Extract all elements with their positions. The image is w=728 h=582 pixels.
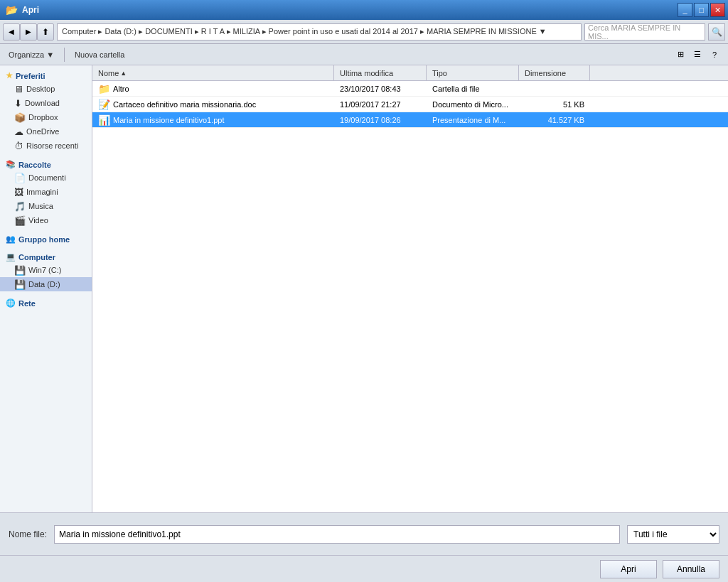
maximize-button[interactable]: □ xyxy=(694,3,709,17)
file-list-header: Nome ▲ Ultima modifica Tipo Dimensione xyxy=(92,65,728,81)
doc-icon: 📝 xyxy=(98,99,110,110)
filename-input[interactable] xyxy=(54,525,620,544)
file-cell-tipo-ppt: Presentazione di M... xyxy=(427,116,519,124)
computer-icon: 💻 xyxy=(6,252,16,262)
sidebar-item-download-label: Download xyxy=(25,99,60,107)
up-button[interactable]: ⬆ xyxy=(37,23,54,41)
sidebar-item-dropbox[interactable]: 📦 Dropbox xyxy=(0,110,92,124)
col-modifica-label: Ultima modifica xyxy=(340,69,393,77)
win7-drive-icon: 💾 xyxy=(14,265,26,276)
datad-drive-icon: 💾 xyxy=(14,279,26,290)
sidebar-item-recent[interactable]: ⏱ Risorse recenti xyxy=(0,139,92,153)
raccolte-header: 📚 Raccolte xyxy=(0,157,92,171)
address-path-text: Computer ▸ Data (D:) ▸ DOCUMENTI ▸ R I T… xyxy=(62,27,547,36)
sidebar-item-onedrive-label: OneDrive xyxy=(26,127,59,136)
col-header-modifica[interactable]: Ultima modifica xyxy=(334,65,427,80)
view-detail-button[interactable]: ☰ xyxy=(690,47,705,63)
sidebar-item-win7-label: Win7 (C:) xyxy=(28,266,61,274)
musica-icon: 🎵 xyxy=(14,201,26,212)
sidebar-item-immagini[interactable]: 🖼 Immagini xyxy=(0,185,92,199)
sidebar-item-datad-label: Data (D:) xyxy=(28,280,60,289)
window-icon: 📂 xyxy=(6,4,18,16)
view-list-button[interactable]: ⊞ xyxy=(673,47,688,63)
sidebar-item-immagini-label: Immagini xyxy=(26,188,58,196)
title-bar: 📂 Apri _ □ ✕ xyxy=(0,0,728,20)
toolbar: Organizza ▼ Nuova cartella ⊞ ☰ ? xyxy=(0,44,728,65)
organizza-button[interactable]: Organizza ▼ xyxy=(6,46,57,63)
address-path[interactable]: Computer ▸ Data (D:) ▸ DOCUMENTI ▸ R I T… xyxy=(57,23,582,41)
close-button[interactable]: ✕ xyxy=(710,3,725,17)
immagini-icon: 🖼 xyxy=(14,187,23,198)
file-cell-tipo-doc: Documento di Micro... xyxy=(427,100,519,109)
address-bar: ◀ ▶ ⬆ Computer ▸ Data (D:) ▸ DOCUMENTI ▸… xyxy=(0,20,728,44)
apri-button[interactable]: Apri xyxy=(600,560,657,578)
file-cell-nome-doc: 📝 Cartaceo definitivo maria missionaria.… xyxy=(92,99,334,110)
col-tipo-label: Tipo xyxy=(432,69,447,77)
gruppo-home-label: Gruppo home xyxy=(18,235,70,244)
filename-label: Nome file: xyxy=(9,529,47,539)
sidebar-item-dropbox-label: Dropbox xyxy=(28,113,58,122)
file-cell-nome-altro: 📁 Altro xyxy=(92,83,334,95)
title-bar-controls: _ □ ✕ xyxy=(678,3,725,17)
nuova-cartella-button[interactable]: Nuova cartella xyxy=(72,46,127,63)
sidebar-item-musica-label: Musica xyxy=(28,202,53,210)
sidebar-item-onedrive[interactable]: ☁ OneDrive xyxy=(0,124,92,139)
sidebar-item-documenti-label: Documenti xyxy=(28,173,66,182)
sidebar-item-desktop-label: Desktop xyxy=(26,85,55,93)
file-cell-dim-doc: 51 KB xyxy=(519,100,590,109)
filetype-select[interactable]: Tutti i file xyxy=(627,525,719,544)
gruppo-home-header: 👥 Gruppo home xyxy=(0,232,92,245)
sidebar-item-download[interactable]: ⬇ Download xyxy=(0,96,92,110)
dropbox-icon: 📦 xyxy=(14,112,26,123)
file-row-ppt[interactable]: 📊 Maria in missione definitivo1.ppt 19/0… xyxy=(92,112,728,128)
ppt-icon: 📊 xyxy=(98,114,110,126)
sort-arrow: ▲ xyxy=(120,70,127,77)
col-header-tipo[interactable]: Tipo xyxy=(427,65,519,80)
desktop-icon: 🖥 xyxy=(14,84,23,95)
file-row-doc[interactable]: 📝 Cartaceo definitivo maria missionaria.… xyxy=(92,97,728,112)
sidebar-item-documenti[interactable]: 📄 Documenti xyxy=(0,171,92,185)
favorites-label: Preferiti xyxy=(16,72,46,80)
sidebar-item-musica[interactable]: 🎵 Musica xyxy=(0,199,92,213)
nav-buttons: ◀ ▶ ⬆ xyxy=(3,23,54,41)
star-icon: ★ xyxy=(6,71,13,80)
gruppo-icon: 👥 xyxy=(6,235,16,244)
col-header-dimensione[interactable]: Dimensione xyxy=(519,65,590,80)
search-button[interactable]: 🔍 xyxy=(708,23,725,41)
rete-label: Rete xyxy=(18,299,36,308)
minimize-button[interactable]: _ xyxy=(678,3,692,17)
sidebar-item-desktop[interactable]: 🖥 Desktop xyxy=(0,82,92,96)
help-button[interactable]: ? xyxy=(707,47,722,63)
raccolte-label: Raccolte xyxy=(18,161,51,169)
annulla-button[interactable]: Annulla xyxy=(663,560,719,578)
view-buttons: ⊞ ☰ ? xyxy=(673,47,722,63)
search-placeholder: Cerca MARIA SEMPRE IN MIS... xyxy=(588,23,702,41)
file-cell-tipo-altro: Cartella di file xyxy=(427,85,519,93)
search-box[interactable]: Cerca MARIA SEMPRE IN MIS... xyxy=(584,23,705,41)
col-dim-label: Dimensione xyxy=(525,69,566,77)
download-icon: ⬇ xyxy=(14,98,22,109)
sidebar-item-datad[interactable]: 💾 Data (D:) xyxy=(0,277,92,291)
toolbar-separator xyxy=(64,48,65,62)
sidebar-item-video[interactable]: 🎬 Video xyxy=(0,213,92,227)
col-header-nome[interactable]: Nome ▲ xyxy=(92,65,334,80)
forward-button[interactable]: ▶ xyxy=(20,23,37,41)
rete-header: 🌐 Rete xyxy=(0,296,92,309)
col-nome-label: Nome xyxy=(98,69,119,77)
documenti-icon: 📄 xyxy=(14,173,26,183)
bottom-bar: Nome file: Tutti i file xyxy=(0,512,728,555)
favorites-header: ★ Preferiti xyxy=(0,68,92,82)
sidebar-item-video-label: Video xyxy=(28,216,48,225)
sidebar-item-win7[interactable]: 💾 Win7 (C:) xyxy=(0,263,92,277)
rete-icon: 🌐 xyxy=(6,298,16,308)
main-area: ★ Preferiti 🖥 Desktop ⬇ Download 📦 Dropb… xyxy=(0,65,728,512)
window-title: Apri xyxy=(22,5,39,15)
folder-icon: 📁 xyxy=(98,83,110,95)
computer-header: 💻 Computer xyxy=(0,249,92,263)
file-cell-modifica-altro: 23/10/2017 08:43 xyxy=(334,85,427,93)
file-row-altro[interactable]: 📁 Altro 23/10/2017 08:43 Cartella di fil… xyxy=(92,81,728,97)
back-button[interactable]: ◀ xyxy=(3,23,20,41)
recent-icon: ⏱ xyxy=(14,141,23,151)
dialog-buttons: Apri Annulla xyxy=(0,555,728,582)
sidebar: ★ Preferiti 🖥 Desktop ⬇ Download 📦 Dropb… xyxy=(0,65,92,512)
